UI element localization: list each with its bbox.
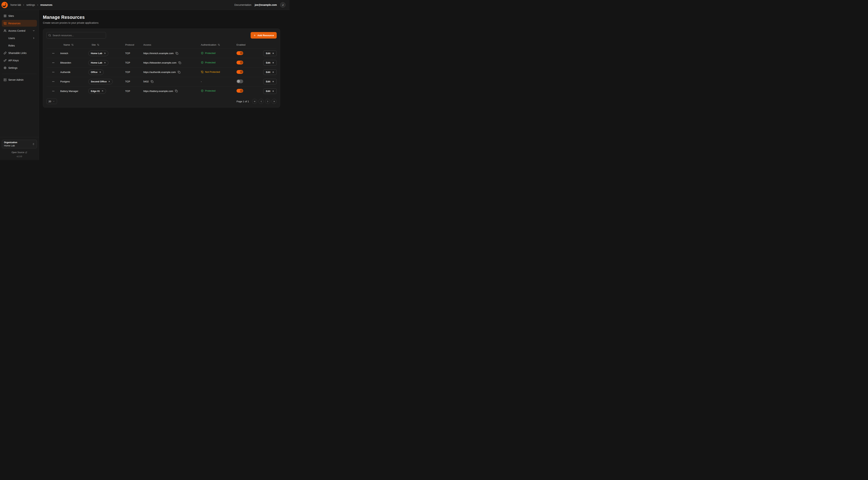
- column-header-name: Name: [63, 43, 70, 46]
- sidebar-item-shareable-links[interactable]: Shareable Links: [2, 50, 37, 56]
- organization-selector[interactable]: Organization Home Lab: [2, 140, 37, 148]
- resource-access: 5432: [143, 80, 149, 83]
- user-email[interactable]: joe@example.com: [255, 3, 277, 6]
- sidebar-item-resources[interactable]: Resources: [2, 20, 37, 27]
- row-actions-button[interactable]: [51, 51, 56, 56]
- enabled-toggle[interactable]: [237, 89, 243, 93]
- resource-name: Immich: [60, 52, 88, 55]
- edit-button[interactable]: Edit: [263, 79, 277, 84]
- resource-access: https://immich.example.com: [143, 52, 174, 55]
- copy-icon[interactable]: [178, 61, 181, 64]
- sidebar-item-server-admin[interactable]: Server Admin: [2, 77, 37, 83]
- copy-icon[interactable]: [178, 71, 180, 74]
- resource-protocol: TCP: [125, 52, 143, 55]
- shield-off-icon: [201, 70, 204, 73]
- sidebar-item-label: Server Admin: [8, 79, 24, 81]
- chevron-right-icon: [23, 4, 25, 6]
- first-page-button[interactable]: [252, 99, 257, 104]
- pagination: Page 1 of 1: [237, 99, 277, 104]
- site-name: Home Lab: [91, 52, 102, 55]
- sidebar-item-access-control[interactable]: Access Control: [2, 27, 37, 34]
- sort-icon[interactable]: [218, 43, 220, 46]
- chevrons-right-icon: [273, 100, 275, 102]
- site-link-button[interactable]: Office: [88, 69, 104, 75]
- sidebar-item-label: Resources: [8, 22, 21, 25]
- table-row: Bitwarden Home Lab TCP https://bitwarden…: [46, 58, 277, 67]
- sort-icon[interactable]: [97, 43, 99, 46]
- edit-button[interactable]: Edit: [263, 51, 277, 56]
- enabled-toggle[interactable]: [237, 61, 243, 64]
- sidebar-item-settings[interactable]: Settings: [2, 64, 37, 71]
- edit-button[interactable]: Edit: [263, 60, 277, 65]
- topbar: home-lab settings resources Documentatio…: [0, 0, 289, 10]
- row-actions-button[interactable]: [51, 70, 56, 75]
- enabled-toggle[interactable]: [237, 51, 243, 55]
- auth-status-badge: Protected: [201, 52, 216, 55]
- chevrons-up-down-icon: [32, 143, 35, 145]
- ellipsis-icon: [52, 90, 55, 93]
- column-header-authentication: Authentication: [201, 43, 216, 46]
- ellipsis-icon: [52, 52, 55, 55]
- arrow-right-icon: [272, 90, 274, 92]
- open-source-link[interactable]: Open Source: [2, 151, 37, 154]
- chevrons-left-icon: [253, 100, 256, 102]
- site-link-button[interactable]: Home Lab: [88, 51, 108, 56]
- ellipsis-icon: [52, 80, 55, 83]
- search-icon: [48, 34, 51, 37]
- copy-icon[interactable]: [151, 80, 153, 83]
- next-page-button[interactable]: [265, 99, 270, 104]
- arrow-right-icon: [272, 80, 274, 83]
- sidebar-item-users[interactable]: Users: [2, 35, 37, 41]
- add-resource-button[interactable]: Add Resource: [251, 32, 277, 38]
- table-body: Immich Home Lab TCP https://immich.examp…: [46, 49, 277, 96]
- auth-status-label: Protected: [205, 61, 216, 64]
- users-icon: [4, 29, 6, 32]
- enabled-toggle[interactable]: [237, 80, 243, 83]
- breadcrumb-settings[interactable]: settings: [26, 3, 35, 6]
- site-name: Edge 01: [91, 90, 100, 92]
- resources-table: Name Site Protocol Access: [46, 41, 277, 96]
- sidebar: Sites Resources Access Control Users: [0, 10, 39, 160]
- table-row: Authentik Office TCP https://authentik.e…: [46, 67, 277, 77]
- prev-page-button[interactable]: [258, 99, 264, 104]
- resources-combine-icon: [4, 22, 6, 25]
- column-header-enabled: Enabled: [237, 43, 246, 46]
- sidebar-item-sites[interactable]: Sites: [2, 12, 37, 19]
- column-header-access: Access: [143, 43, 151, 46]
- edit-button[interactable]: Edit: [263, 88, 277, 94]
- site-link-button[interactable]: Second Office: [88, 79, 113, 84]
- sidebar-item-api-keys[interactable]: API Keys: [2, 57, 37, 64]
- chevron-right-icon: [267, 100, 269, 102]
- avatar[interactable]: J: [280, 2, 285, 8]
- breadcrumb-home-lab[interactable]: home-lab: [10, 3, 21, 6]
- site-link-button[interactable]: Edge 01: [88, 88, 106, 94]
- sidebar-item-roles[interactable]: Roles: [2, 42, 37, 49]
- sort-icon[interactable]: [71, 43, 74, 46]
- resource-access: https://bitwarden.example.com: [143, 61, 177, 64]
- column-header-protocol: Protocol: [125, 43, 134, 46]
- auth-status-label: -: [201, 80, 202, 83]
- enabled-toggle[interactable]: [237, 70, 243, 74]
- app-logo-icon[interactable]: [1, 2, 8, 8]
- row-actions-button[interactable]: [51, 79, 56, 84]
- row-actions-button[interactable]: [51, 89, 56, 94]
- edit-button[interactable]: Edit: [263, 69, 277, 75]
- sidebar-item-label: Access Control: [8, 29, 25, 32]
- copy-icon[interactable]: [175, 52, 178, 55]
- arrow-up-right-icon: [104, 52, 106, 55]
- shield-check-icon: [201, 52, 204, 55]
- chevron-right-icon: [32, 37, 35, 39]
- arrow-right-icon: [272, 52, 274, 55]
- documentation-link[interactable]: Documentation: [234, 3, 251, 6]
- copy-icon[interactable]: [175, 90, 178, 92]
- breadcrumb-resources[interactable]: resources: [40, 3, 53, 6]
- arrow-right-icon: [272, 62, 274, 64]
- page-size-select[interactable]: 20: [46, 99, 57, 104]
- arrow-up-right-icon: [108, 81, 110, 83]
- row-actions-button[interactable]: [51, 60, 56, 65]
- breadcrumb: home-lab settings resources: [10, 3, 53, 6]
- last-page-button[interactable]: [272, 99, 277, 104]
- search-input[interactable]: [46, 32, 106, 38]
- arrow-up-right-icon: [99, 71, 101, 73]
- site-link-button[interactable]: Home Lab: [88, 60, 108, 65]
